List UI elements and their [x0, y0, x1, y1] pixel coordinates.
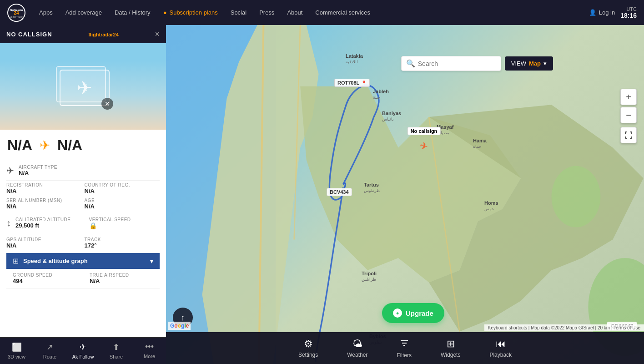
gps-track-row: GPS ALTITUDE N/A TRACK 172°	[6, 235, 160, 251]
logo[interactable]: flightradar 24 LIVE AIR TRAFFIC	[0, 4, 33, 22]
nav-add-coverage[interactable]: Add coverage	[59, 0, 108, 25]
panel-bottom-tabs: ⬜ 3D view ↗ Route ✈ Ak Follow ⬆ Share ••…	[0, 337, 166, 364]
filters-button[interactable]: Filters	[382, 332, 426, 364]
upgrade-button[interactable]: ● Upgrade	[382, 303, 444, 323]
filters-label: Filters	[397, 352, 412, 359]
gps-alt-value: N/A	[6, 242, 82, 249]
playback-icon: ⏮	[496, 338, 506, 350]
serial-age-row: SERIAL NUMBER (MSN) N/A AGE N/A	[6, 196, 160, 212]
registration-cell: REGISTRATION N/A	[6, 182, 82, 194]
expand-button[interactable]	[620, 127, 637, 143]
flight-tag-rot708l[interactable]: ROT708L 📍	[334, 79, 370, 87]
tab-share[interactable]: ⬆ Share	[100, 337, 133, 364]
search-input-wrap: 🔍	[401, 56, 501, 71]
country-label: COUNTRY OF REG.	[85, 182, 160, 187]
serial-value: N/A	[6, 203, 82, 210]
view-mode: Map	[529, 60, 541, 67]
gps-alt-cell: GPS ALTITUDE N/A	[6, 237, 82, 249]
svg-text:24: 24	[14, 10, 19, 15]
weather-icon: 🌤	[352, 338, 362, 350]
nav-apps[interactable]: Apps	[33, 0, 59, 25]
aircraft-icon-map: ✈	[418, 140, 429, 153]
widgets-icon: ⊞	[447, 338, 455, 350]
bottom-toolbar: ⚙ Settings 🌤 Weather Filters ⊞ Widgets ⏮…	[166, 332, 644, 364]
widgets-label: Widgets	[441, 352, 460, 358]
google-logo: Google	[168, 322, 191, 330]
age-cell: AGE N/A	[85, 198, 160, 210]
weather-button[interactable]: 🌤 Weather	[332, 332, 382, 364]
calibrated-alt-value: 29,500 ft	[15, 222, 86, 229]
flight-stats: N/A ✈ N/A	[0, 130, 166, 161]
settings-label: Settings	[298, 352, 318, 358]
flight-from: N/A	[7, 137, 32, 154]
tab-follow[interactable]: ✈ Ak Follow	[66, 337, 100, 364]
registration-value: N/A	[6, 187, 82, 194]
logo-icon: flightradar 24 LIVE AIR TRAFFIC	[7, 4, 25, 22]
upgrade-label: Upgrade	[406, 309, 433, 317]
ground-speed-label: GROUND SPEED	[13, 273, 76, 278]
widgets-button[interactable]: ⊞ Widgets	[426, 332, 475, 364]
flight-detail-panel: NO CALLSIGN flightradar24 × ✈ ✕ N/A ✈ N/…	[0, 25, 166, 364]
age-value: N/A	[85, 203, 160, 210]
top-navigation: flightradar 24 LIVE AIR TRAFFIC Apps Add…	[0, 0, 644, 25]
true-airspeed-label: TRUE AIRSPEED	[90, 273, 153, 278]
playback-button[interactable]: ⏮ Playback	[475, 332, 526, 364]
zoom-in-button[interactable]: +	[620, 89, 637, 105]
aircraft-marker[interactable]: No callsign ✈	[420, 141, 428, 152]
bcv434-label: BCV434	[330, 189, 349, 195]
track-value: 172°	[85, 242, 160, 249]
tab-3d-view-label: 3D view	[8, 354, 25, 359]
track-label: TRACK	[85, 237, 160, 242]
speed-row: GROUND SPEED 494 TRUE AIRSPEED N/A	[6, 269, 160, 288]
track-cell: TRACK 172°	[85, 237, 160, 249]
vertical-speed-label: VERTICAL SPEED	[89, 217, 160, 222]
nav-about[interactable]: About	[281, 0, 309, 25]
country-value: N/A	[85, 187, 160, 194]
speed-altitude-graph-toggle[interactable]: ⊞ Speed & altitude graph ▾	[6, 253, 160, 269]
compass-icon: ↑	[181, 313, 185, 323]
nav-social[interactable]: Social	[224, 0, 253, 25]
keyboard-shortcuts-link[interactable]: Keyboard shortcuts	[488, 325, 527, 330]
vertical-speed-cell: VERTICAL SPEED 🔒	[89, 217, 160, 229]
login-button[interactable]: 👤 Log in	[589, 9, 615, 16]
zoom-out-button[interactable]: −	[620, 107, 637, 123]
nav-subscription[interactable]: ● Subscription plans	[157, 0, 224, 25]
tab-follow-label: Ak Follow	[72, 354, 94, 359]
clock: 18:16	[620, 12, 637, 19]
gps-alt-label: GPS ALTITUDE	[6, 237, 82, 242]
view-label: VIEW	[511, 60, 526, 67]
search-icon: 🔍	[406, 59, 415, 68]
aircraft-type-value: N/A	[19, 170, 57, 177]
upgrade-icon: ●	[393, 308, 402, 318]
tab-route[interactable]: ↗ Route	[33, 337, 66, 364]
vertical-speed-value: 🔒	[89, 222, 160, 229]
flight-tag-bcv434[interactable]: BCV434	[327, 188, 352, 196]
more-icon: •••	[145, 342, 154, 352]
panel-close-button[interactable]: ×	[155, 30, 160, 39]
alt-speed-grid: CALIBRATED ALTITUDE 29,500 ft VERTICAL S…	[15, 215, 160, 231]
view-button[interactable]: VIEW Map ▾	[505, 56, 553, 71]
nav-data-history[interactable]: Data / History	[108, 0, 157, 25]
panel-brand: flightradar24	[88, 32, 119, 37]
country-cell: COUNTRY OF REG. N/A	[85, 182, 160, 194]
nav-right: 👤 Log in UTC 18:16	[589, 6, 644, 19]
calibrated-alt-cell: CALIBRATED ALTITUDE 29,500 ft	[15, 217, 86, 229]
svg-text:LIVE AIR TRAFFIC: LIVE AIR TRAFFIC	[9, 16, 25, 18]
tab-3d-view[interactable]: ⬜ 3D view	[0, 337, 33, 364]
nav-press[interactable]: Press	[253, 0, 281, 25]
weather-label: Weather	[347, 352, 367, 358]
tab-more[interactable]: ••• More	[133, 337, 166, 364]
registration-label: REGISTRATION	[6, 182, 82, 187]
graph-icon: ⊞	[13, 257, 19, 265]
zoom-controls: + −	[620, 89, 637, 143]
true-airspeed-value: N/A	[90, 278, 153, 284]
panel-title: NO CALLSIGN	[6, 31, 52, 38]
settings-button[interactable]: ⚙ Settings	[284, 332, 332, 364]
reg-country-row: REGISTRATION N/A COUNTRY OF REG. N/A	[6, 181, 160, 196]
search-input[interactable]	[418, 60, 496, 67]
pin-icon: 📍	[361, 81, 367, 86]
nav-items: Apps Add coverage Data / History ● Subsc…	[33, 0, 589, 25]
nav-commercial[interactable]: Commercial services	[309, 0, 377, 25]
utc-label: UTC	[626, 6, 637, 12]
settings-icon: ⚙	[304, 338, 313, 350]
